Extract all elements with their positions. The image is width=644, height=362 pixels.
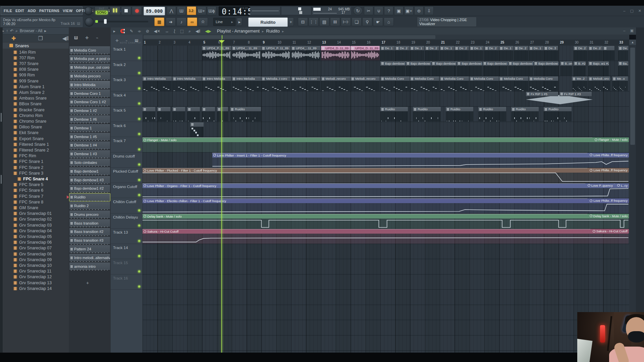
pattern-list-item[interactable]: Dembow 1 #3 xyxy=(69,150,110,158)
tempo-tap-button[interactable]: ⊢⊦ xyxy=(341,17,351,26)
browser-item[interactable]: Grv Snareclap 01 xyxy=(3,211,69,217)
track-lane[interactable]: Intro MelodiaIntro MelodiaIntro MelodiaI… xyxy=(143,76,629,92)
close-button[interactable]: ✕ xyxy=(638,9,641,13)
browser-item[interactable]: BBox Snare xyxy=(3,101,69,107)
pattern-list-item[interactable]: Dembow Coro 1 #2 xyxy=(69,98,110,106)
picker-add-button[interactable]: + xyxy=(86,280,89,286)
pattern-clip[interactable]: De..1 xyxy=(440,46,454,60)
vscroll-handle[interactable] xyxy=(630,48,635,145)
track-header[interactable]: Track 6 xyxy=(111,122,143,137)
browser-item[interactable]: FPC Snare 1 xyxy=(3,159,69,165)
vscroll-up-button[interactable]: ▲ xyxy=(629,40,636,45)
playback-position-panel[interactable] xyxy=(281,6,311,15)
track-mute-led[interactable] xyxy=(138,285,141,288)
pattern-clip[interactable]: Bajo dembow1 xyxy=(431,61,456,76)
pattern-list-item[interactable]: Dembow 1 #5 xyxy=(69,133,110,140)
pattern-clip[interactable]: B..on xyxy=(560,61,572,76)
browser-item[interactable]: Filtered Snare 1 xyxy=(3,141,69,147)
browser-item[interactable]: GM Snare xyxy=(3,205,69,210)
pattern-list-item[interactable]: Melodia Coro xyxy=(69,46,110,54)
empty-lane[interactable] xyxy=(143,320,629,336)
pattern-list-item[interactable]: armonia intro xyxy=(69,262,110,270)
pattern-list-item[interactable]: Melodia precoro xyxy=(69,72,110,80)
track-mute-led[interactable] xyxy=(138,133,141,135)
browser-item[interactable]: Flitered Snare 2 xyxy=(3,147,69,153)
track-lane[interactable]: UPD4_P..11_89UPD4_..11_89UPD4_P..11_89UP… xyxy=(143,46,629,61)
pattern-clip[interactable]: Melodia Coro xyxy=(470,76,499,91)
mixer-button[interactable]: ‖‖ xyxy=(330,17,340,26)
menu-item-view[interactable]: VIEW xyxy=(63,9,72,13)
pattern-clip[interactable]: Melodia Coro xyxy=(440,76,469,91)
audio-clip[interactable]: UPD4_..11_89 xyxy=(291,46,320,60)
pattern-list-panel[interactable]: Ш ✚ ⌁ + Melodia CoroMelodia pue..e post … xyxy=(69,27,111,353)
track-lane[interactable] xyxy=(143,259,629,275)
automation-clip[interactable]: Flanger - Mute / solo xyxy=(143,137,629,152)
playlist-focus-button[interactable]: ▦ xyxy=(154,17,164,26)
track-mute-led[interactable] xyxy=(138,240,141,242)
snap-arrow-button[interactable]: ▸ xyxy=(237,18,242,26)
track-lane[interactable]: Flanger - Mute / soloFlanger - Mute / so… xyxy=(143,137,629,153)
audio-clip[interactable]: UPD4_D..11_89 xyxy=(351,46,380,60)
cpu-memory-panel[interactable]: 24 945 MB 17 xyxy=(312,6,352,15)
pattern-clip[interactable]: De..2 xyxy=(574,46,588,60)
step-sequencer-button[interactable]: ⋮⋮ xyxy=(309,17,319,26)
audio-clip[interactable]: Fx RIP 1 #5 xyxy=(526,92,558,106)
menu-item-edit[interactable]: EDIT xyxy=(15,9,24,13)
browser-item[interactable]: Grv Snareclap 02 xyxy=(3,217,69,222)
pattern-list-item[interactable]: Melodia pue..e post coro xyxy=(69,55,110,63)
browser-tab-patcher-icon[interactable]: ✚ xyxy=(11,35,16,42)
browser-item[interactable]: Grv Snareclap 04 xyxy=(3,228,69,234)
empty-lane[interactable] xyxy=(143,336,629,351)
automation-clip-end-label[interactable]: Delay bank - Mute / solo xyxy=(587,214,629,218)
browser-item[interactable]: 909 Snare xyxy=(3,78,69,84)
play-pause-button[interactable] xyxy=(110,6,120,15)
record-button[interactable] xyxy=(132,6,142,15)
pattern-clip[interactable]: Melodia Coro xyxy=(529,76,558,91)
timeline-ruler[interactable]: 1234567891011121314151617181920212223242… xyxy=(143,40,629,46)
browser-item[interactable]: Export Snare xyxy=(3,136,69,141)
track-header[interactable]: Track 1 xyxy=(111,46,143,61)
pattern-clip[interactable]: Ruidito xyxy=(544,107,572,121)
mute-icon[interactable]: ◀✕ xyxy=(154,29,160,34)
pencil-icon[interactable]: ✎ xyxy=(130,29,133,34)
pattern-clip[interactable] xyxy=(202,107,215,121)
blend-notes-button[interactable]: Ш+ xyxy=(197,6,206,15)
playback-marker-icon[interactable]: ◀⦀ xyxy=(196,29,201,34)
audio-clip[interactable]: UPD4_D..11_89 xyxy=(321,46,350,60)
menu-item-file[interactable]: FILE xyxy=(4,9,12,13)
browser-item[interactable]: Grv Snareclap 05 xyxy=(3,234,69,239)
track-lane[interactable] xyxy=(143,122,629,137)
audio-clip[interactable]: UPD4_P..11_89 xyxy=(261,46,290,60)
loop-record-button[interactable]: Шϕ xyxy=(207,6,216,15)
browser-item[interactable]: Ambass Snare xyxy=(3,96,69,101)
pattern-clip[interactable]: Bajo dembow1 xyxy=(457,61,482,76)
pattern-clip[interactable]: De..2 xyxy=(395,46,410,60)
track-mute-led[interactable] xyxy=(138,224,141,227)
pattern-clip[interactable]: Bajo dembow1 xyxy=(406,61,431,76)
track-header[interactable]: Plucked Cutoff xyxy=(111,168,143,183)
browser-item[interactable]: 909 Rim xyxy=(3,72,69,78)
stop-button[interactable] xyxy=(121,6,131,15)
browser-item[interactable]: Ekit Snare xyxy=(3,130,69,136)
track-header[interactable]: Track 3 xyxy=(111,76,143,92)
pattern-clip[interactable]: Ruidito xyxy=(478,107,506,121)
pattern-clip[interactable]: Bajo dembow1 xyxy=(534,61,558,76)
snap-selector[interactable]: Line▸ xyxy=(213,18,235,26)
automation-clip-end-label[interactable]: Love Philte..ff frequency xyxy=(587,198,629,203)
track-mute-led[interactable] xyxy=(138,179,141,181)
pattern-list-item[interactable]: Dembow 1 #2 xyxy=(69,107,110,115)
track-lane[interactable]: Delay bank - Mute / soloDelay bank - Mut… xyxy=(143,214,629,229)
touch-button[interactable]: ☛ xyxy=(373,17,383,26)
playlist-breadcrumb[interactable]: Playlist - Arrangement▸Ruidito▸ xyxy=(217,28,286,34)
channel-rack-button[interactable]: ▤ xyxy=(319,17,329,26)
pattern-clip[interactable]: Melodi..recoro xyxy=(351,76,380,91)
add-pattern-button[interactable]: + xyxy=(288,17,294,26)
playhead-marker[interactable] xyxy=(219,40,225,43)
minimize-button[interactable]: – xyxy=(623,9,625,13)
hscroll-handle[interactable] xyxy=(144,35,435,39)
browser-item[interactable]: Grv Snareclap 08 xyxy=(3,251,69,257)
track-header[interactable]: Drums cutoff xyxy=(111,153,143,168)
pattern-clip[interactable]: De..1 xyxy=(410,46,424,60)
pattern-clip[interactable] xyxy=(187,107,200,121)
help-button[interactable]: ? xyxy=(384,6,393,15)
